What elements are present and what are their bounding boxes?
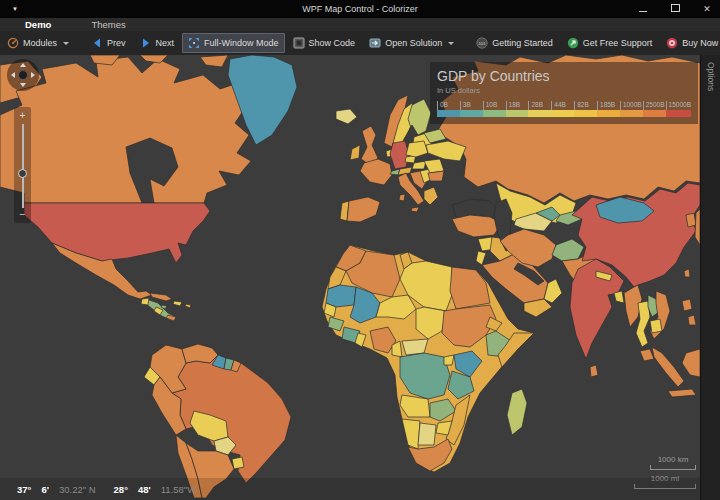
window-title: WPF Map Control - Colorizer <box>0 4 720 14</box>
pan-center-knob[interactable] <box>18 70 28 80</box>
legend-color-scale: 0B3B10B18B28B44B82B185B1000B2500B15000B <box>437 101 691 117</box>
legend-stop: 185B <box>597 101 620 117</box>
toolbar: Modules Prev Next Full-Window Mode <box>0 31 720 56</box>
country-uk <box>361 126 378 165</box>
ribbon-tabs: Demo Themes <box>0 18 720 31</box>
full-window-mode-icon <box>188 37 200 49</box>
zoom-in-button[interactable]: + <box>14 111 31 121</box>
options-label: Options <box>706 62 716 91</box>
get-free-support-icon <box>567 37 579 49</box>
latitude-degrees: 37° <box>17 484 31 495</box>
buy-now-icon <box>666 37 678 49</box>
minimize-button[interactable] <box>638 4 648 14</box>
pan-right-icon[interactable] <box>31 72 35 78</box>
pan-down-icon[interactable] <box>20 83 26 87</box>
next-button[interactable]: Next <box>134 33 181 53</box>
legend-stop: 28B <box>528 101 551 117</box>
get-free-support-button[interactable]: Get Free Support <box>561 33 659 53</box>
map-canvas[interactable]: + − GDP by Countries In US dollars 0B3B1… <box>0 55 700 500</box>
pan-left-icon[interactable] <box>11 72 15 78</box>
tab-themes[interactable]: Themes <box>91 19 125 30</box>
country-spain <box>347 197 380 222</box>
svg-text:101: 101 <box>479 41 487 46</box>
show-code-button[interactable]: Show Code <box>287 33 362 53</box>
legend-stop: 0B <box>437 101 460 117</box>
latitude-seconds: 30.22" N <box>59 484 96 495</box>
next-icon <box>140 37 152 49</box>
legend-stop: 44B <box>551 101 574 117</box>
legend-stop: 18B <box>506 101 529 117</box>
getting-started-icon: 101 <box>476 37 488 49</box>
show-code-icon <box>293 37 305 49</box>
legend-subtitle: In US dollars <box>437 86 691 95</box>
modules-icon <box>7 37 19 49</box>
chevron-down-icon <box>448 42 454 45</box>
options-panel-tab[interactable]: Options <box>700 55 720 500</box>
zoom-slider[interactable]: + − <box>14 107 31 223</box>
modules-button[interactable]: Modules <box>1 33 75 53</box>
toolbar-overflow-button[interactable]: ⌄ <box>707 39 714 48</box>
gdp-legend-panel: GDP by Countries In US dollars 0B3B10B18… <box>430 62 698 124</box>
pan-control[interactable] <box>7 59 39 91</box>
chevron-down-icon <box>63 42 69 45</box>
full-window-mode-button[interactable]: Full-Window Mode <box>182 33 285 53</box>
legend-stop: 82B <box>574 101 597 117</box>
country-usa <box>24 203 210 263</box>
country-france <box>360 159 392 185</box>
scalebar-km: 1000 km <box>650 455 696 470</box>
getting-started-button[interactable]: 101 Getting Started <box>470 33 559 53</box>
prev-icon <box>91 37 103 49</box>
legend-stop: 2500B <box>643 101 666 117</box>
app-window: ▼ WPF Map Control - Colorizer ✕ Demo The… <box>0 0 720 500</box>
latitude-minutes: 6' <box>41 484 49 495</box>
open-solution-button[interactable]: Open Solution <box>363 33 460 53</box>
country-madagascar <box>507 389 527 435</box>
longitude-seconds: 11.58"W <box>161 484 196 495</box>
legend-stop: 1000B <box>620 101 643 117</box>
coordinates-status-bar: 37° 6' 30.22" N 28° 48' 11.58"W <box>0 478 700 500</box>
longitude-degrees: 28° <box>114 484 128 495</box>
zoom-slider-track[interactable] <box>22 124 24 208</box>
zoom-slider-thumb[interactable] <box>18 169 27 178</box>
tab-demo[interactable]: Demo <box>25 19 51 30</box>
legend-stop: 15000B <box>666 101 691 117</box>
legend-stop: 10B <box>483 101 506 117</box>
maximize-button[interactable] <box>670 4 680 14</box>
title-bar[interactable]: ▼ WPF Map Control - Colorizer ✕ <box>0 0 720 18</box>
longitude-minutes: 48' <box>138 484 151 495</box>
legend-stop: 3B <box>460 101 483 117</box>
pan-up-icon[interactable] <box>20 63 26 67</box>
legend-title: GDP by Countries <box>437 68 691 84</box>
zoom-out-button[interactable]: − <box>14 210 31 220</box>
window-menu-icon[interactable]: ▼ <box>12 6 18 12</box>
prev-button[interactable]: Prev <box>85 33 132 53</box>
close-button[interactable]: ✕ <box>702 4 712 14</box>
open-solution-icon <box>369 37 381 49</box>
